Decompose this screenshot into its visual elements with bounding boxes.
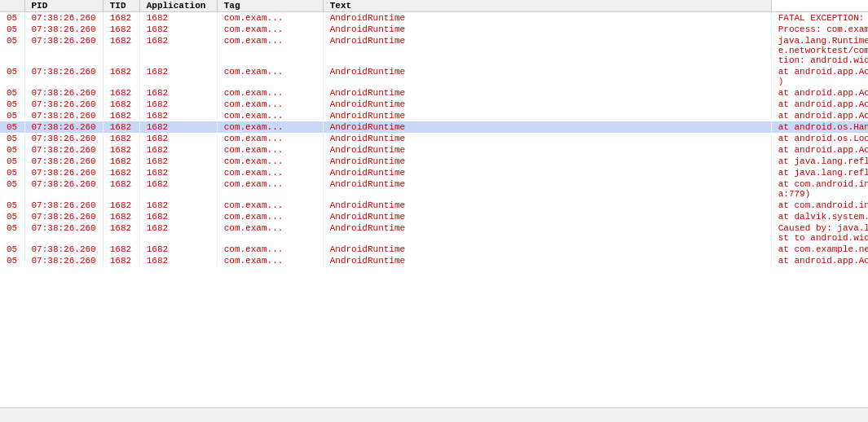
table-row[interactable]: 0507:38:26.26016821682com.exam...Android… — [0, 87, 868, 99]
cell-time: 07:38:26.260 — [24, 244, 103, 255]
cell-text: Process: com.example.networktest, PID: 1… — [771, 24, 868, 35]
cell-text: at android.app.ActivityThread$H.handleMe… — [771, 110, 868, 121]
cell-pid: 1682 — [103, 133, 139, 144]
cell-tag: AndroidRuntime — [323, 144, 771, 156]
cell-tag: AndroidRuntime — [323, 200, 771, 211]
table-row[interactable]: 0507:38:26.26016821682com.exam...Android… — [0, 178, 868, 200]
cell-text: at dalvik.system.NativeStart.main(Native… — [771, 211, 868, 222]
table-row[interactable]: 0507:38:26.26016821682com.exam...Android… — [0, 222, 868, 244]
table-row[interactable]: 0507:38:26.26016821682com.exam...Android… — [0, 110, 868, 121]
cell-time: 07:38:26.260 — [24, 211, 103, 222]
cell-app: com.exam... — [217, 156, 323, 167]
cell-tag: AndroidRuntime — [323, 211, 771, 222]
table-row[interactable]: 0507:38:26.26016821682com.exam...Android… — [0, 121, 868, 133]
cell-tid: 1682 — [139, 222, 217, 244]
cell-pid: 1682 — [103, 99, 139, 110]
horizontal-scrollbar[interactable] — [0, 407, 868, 422]
cell-text: at android.app.ActivityThread.access$800… — [771, 99, 868, 110]
cell-pid: 1682 — [103, 110, 139, 121]
cell-tid: 1682 — [139, 211, 217, 222]
cell-time: 07:38:26.260 — [24, 200, 103, 211]
cell-time: 07:38:26.260 — [24, 121, 103, 133]
cell-tid: 1682 — [139, 121, 217, 133]
cell-text: at java.lang.reflect.Method.invoke(Metho… — [771, 167, 868, 178]
log-container[interactable]: PID TID Application Tag Text 0507:38:26.… — [0, 0, 868, 407]
cell-text: java.lang.RuntimeException: Unable to st… — [771, 35, 868, 66]
cell-tid: 1682 — [139, 12, 217, 24]
cell-date: 05 — [0, 12, 24, 24]
cell-date: 05 — [0, 222, 24, 244]
cell-date: 05 — [0, 156, 24, 167]
cell-text: FATAL EXCEPTION: main — [771, 12, 868, 24]
table-row[interactable]: 0507:38:26.26016821682com.exam...Android… — [0, 167, 868, 178]
cell-tid: 1682 — [139, 110, 217, 121]
cell-date: 05 — [0, 24, 24, 35]
table-row[interactable]: 0507:38:26.26016821682com.exam...Android… — [0, 144, 868, 156]
cell-tag: AndroidRuntime — [323, 24, 771, 35]
table-row[interactable]: 0507:38:26.26016821682com.exam...Android… — [0, 24, 868, 35]
cell-date: 05 — [0, 133, 24, 144]
cell-time: 07:38:26.260 — [24, 255, 103, 266]
cell-date: 05 — [0, 167, 24, 178]
cell-pid: 1682 — [103, 200, 139, 211]
cell-app: com.exam... — [217, 99, 323, 110]
cell-date: 05 — [0, 99, 24, 110]
cell-app: com.exam... — [217, 211, 323, 222]
cell-text: at java.lang.reflect.Method.invokeNative… — [771, 156, 868, 167]
cell-app: com.exam... — [217, 167, 323, 178]
cell-app: com.exam... — [217, 255, 323, 266]
cell-pid: 1682 — [103, 66, 139, 87]
cell-date: 05 — [0, 66, 24, 87]
cell-time: 07:38:26.260 — [24, 66, 103, 87]
log-table: PID TID Application Tag Text 0507:38:26.… — [0, 0, 868, 266]
table-row[interactable]: 0507:38:26.26016821682com.exam...Android… — [0, 66, 868, 87]
cell-text: at android.app.ActivityThread.handleLaun… — [771, 87, 868, 99]
cell-tag: AndroidRuntime — [323, 133, 771, 144]
table-row[interactable]: 0507:38:26.26016821682com.exam...Android… — [0, 99, 868, 110]
table-row[interactable]: 0507:38:26.26016821682com.exam...Android… — [0, 133, 868, 144]
cell-date: 05 — [0, 110, 24, 121]
cell-app: com.exam... — [217, 222, 323, 244]
cell-time: 07:38:26.260 — [24, 24, 103, 35]
cell-pid: 1682 — [103, 87, 139, 99]
cell-pid: 1682 — [103, 35, 139, 66]
cell-tid: 1682 — [139, 87, 217, 99]
cell-time: 07:38:26.260 — [24, 156, 103, 167]
cell-tag: AndroidRuntime — [323, 167, 771, 178]
table-row[interactable]: 0507:38:26.26016821682com.exam...Android… — [0, 156, 868, 167]
cell-text: at android.app.ActivityThread.main(Activ… — [771, 144, 868, 156]
cell-tid: 1682 — [139, 66, 217, 87]
cell-app: com.exam... — [217, 144, 323, 156]
cell-pid: 1682 — [103, 255, 139, 266]
col-header-tag: Tag — [217, 0, 323, 12]
cell-tag: AndroidRuntime — [323, 99, 771, 110]
cell-time: 07:38:26.260 — [24, 110, 103, 121]
cell-text: at android.os.Looper.loop(Looper.java:13… — [771, 133, 868, 144]
cell-app: com.exam... — [217, 133, 323, 144]
log-body: 0507:38:26.26016821682com.exam...Android… — [0, 12, 868, 267]
cell-time: 07:38:26.260 — [24, 99, 103, 110]
cell-pid: 1682 — [103, 156, 139, 167]
table-row[interactable]: 0507:38:26.26016821682com.exam...Android… — [0, 200, 868, 211]
cell-text: at android.app.ActivityThread.performLau… — [771, 66, 868, 87]
cell-date: 05 — [0, 121, 24, 133]
cell-pid: 1682 — [103, 244, 139, 255]
col-header-date — [0, 0, 24, 12]
cell-time: 07:38:26.260 — [24, 222, 103, 244]
table-row[interactable]: 0507:38:26.26016821682com.exam...Android… — [0, 211, 868, 222]
table-row[interactable]: 0507:38:26.26016821682com.exam...Android… — [0, 255, 868, 266]
cell-date: 05 — [0, 35, 24, 66]
cell-date: 05 — [0, 244, 24, 255]
cell-tag: AndroidRuntime — [323, 121, 771, 133]
cell-tid: 1682 — [139, 24, 217, 35]
table-row[interactable]: 0507:38:26.26016821682com.exam...Android… — [0, 244, 868, 255]
cell-tag: AndroidRuntime — [323, 35, 771, 66]
cell-app: com.exam... — [217, 12, 323, 24]
cell-time: 07:38:26.260 — [24, 87, 103, 99]
cell-tid: 1682 — [139, 178, 217, 200]
cell-tag: AndroidRuntime — [323, 244, 771, 255]
table-row[interactable]: 0507:38:26.26016821682com.exam...Android… — [0, 35, 868, 66]
col-header-tid: TID — [103, 0, 139, 12]
cell-date: 05 — [0, 87, 24, 99]
table-row[interactable]: 0507:38:26.26016821682com.exam...Android… — [0, 12, 868, 24]
